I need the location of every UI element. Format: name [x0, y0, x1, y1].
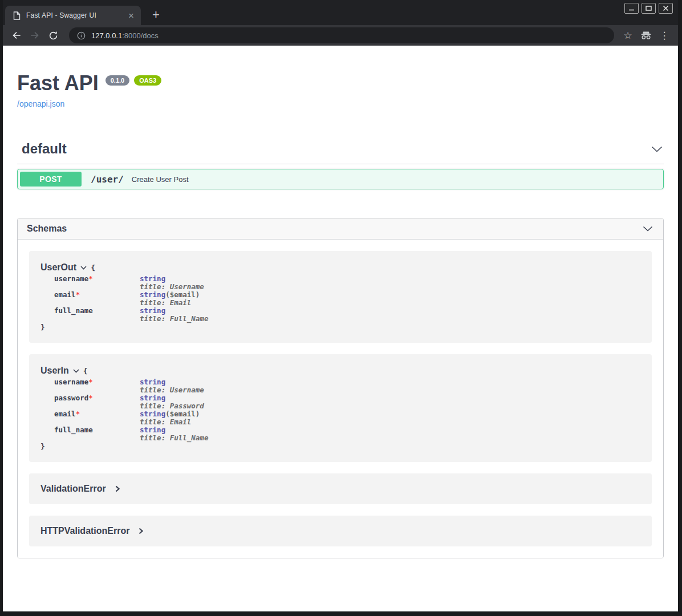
incognito-icon	[638, 27, 654, 43]
property-row: full_name string title: Full_Name	[54, 307, 640, 323]
property-row: username* string title: Username	[54, 275, 640, 291]
property-name: email*	[54, 291, 140, 307]
required-star: *	[76, 410, 80, 418]
maximize-button[interactable]	[642, 3, 656, 14]
chevron-down-icon[interactable]	[643, 226, 653, 232]
forward-arrow-icon	[29, 30, 40, 41]
open-brace: {	[83, 367, 88, 375]
close-brace: }	[40, 323, 640, 331]
chevron-down-icon[interactable]	[80, 266, 87, 270]
schemas-heading: Schemas	[27, 224, 67, 234]
property-title: title: Password	[140, 402, 204, 410]
tab-title: Fast API - Swagger UI	[26, 11, 126, 19]
schemas-section: Schemas UserOut { username*	[17, 218, 664, 558]
tab-strip: Fast API - Swagger UI × +	[3, 0, 678, 25]
model-validationerror[interactable]: ValidationError	[29, 473, 652, 504]
required-star: *	[88, 274, 93, 283]
chevron-down-icon[interactable]	[73, 369, 79, 373]
bookmark-star-icon[interactable]: ☆	[620, 27, 636, 43]
property-type: string	[140, 426, 208, 434]
browser-toolbar: 127.0.0.1:8000/docs ☆ ⋮	[3, 25, 678, 46]
schemas-header[interactable]: Schemas	[18, 218, 663, 240]
browser-menu-icon[interactable]: ⋮	[656, 27, 672, 43]
swagger-page: Fast API 0.1.0 OAS3 /openapi.json defaul…	[3, 46, 678, 611]
property-title: title: Email	[140, 299, 200, 307]
forward-button[interactable]	[28, 29, 42, 42]
model-userin: UserIn { username* string title: Usernam…	[29, 354, 652, 462]
property-name: username*	[54, 378, 140, 394]
close-icon	[663, 5, 669, 11]
property-format: ($email)	[165, 290, 200, 299]
minimize-icon	[628, 5, 635, 11]
property-row: username* string title: Username	[54, 378, 640, 394]
toolbar-actions: ☆ ⋮	[620, 27, 672, 43]
endpoint-path: /user/	[91, 174, 124, 185]
property-type: string	[140, 378, 204, 386]
endpoint-post-user[interactable]: POST /user/ Create User Post	[17, 169, 664, 189]
model-title[interactable]: ValidationError	[40, 484, 106, 494]
property-type: string($email)	[140, 410, 200, 418]
chevron-down-icon[interactable]	[651, 146, 663, 152]
property-type: string	[140, 307, 208, 315]
site-info-icon[interactable]	[77, 31, 86, 40]
endpoint-summary: Create User Post	[132, 175, 189, 184]
api-info: Fast API 0.1.0 OAS3 /openapi.json	[17, 46, 664, 109]
back-button[interactable]	[10, 29, 23, 42]
property-name: username*	[54, 275, 140, 291]
openapi-spec-link[interactable]: /openapi.json	[17, 99, 64, 108]
version-badge: 0.1.0	[105, 75, 129, 86]
chevron-right-icon[interactable]	[139, 528, 143, 534]
back-arrow-icon	[11, 30, 22, 41]
property-name: password*	[54, 394, 140, 410]
window-controls	[624, 3, 673, 14]
property-name: full_name	[54, 307, 140, 323]
property-format: ($email)	[165, 410, 200, 418]
page-icon	[13, 11, 21, 20]
chevron-right-icon[interactable]	[115, 485, 120, 492]
maximize-icon	[646, 5, 652, 11]
property-row: password* string title: Password	[54, 394, 640, 410]
model-title[interactable]: UserIn	[40, 366, 69, 376]
address-bar[interactable]: 127.0.0.1:8000/docs	[69, 27, 614, 43]
property-type: string($email)	[140, 291, 200, 299]
property-type: string	[140, 275, 204, 283]
tag-title: default	[22, 141, 67, 157]
new-tab-button[interactable]: +	[149, 9, 163, 21]
property-title: title: Full_Name	[140, 315, 208, 323]
close-button[interactable]	[659, 3, 673, 14]
property-title: title: Username	[140, 283, 204, 291]
property-name: full_name	[54, 426, 140, 442]
property-title: title: Username	[140, 386, 204, 394]
open-brace: {	[91, 264, 95, 272]
reload-button[interactable]	[46, 29, 60, 42]
schemas-body: UserOut { username* string title: Userna…	[18, 240, 663, 558]
tab-fast-api[interactable]: Fast API - Swagger UI ×	[5, 6, 141, 25]
property-row: email* string($email) title: Email	[54, 410, 640, 426]
close-brace: }	[40, 442, 640, 451]
required-star: *	[88, 394, 93, 402]
model-userout: UserOut { username* string title: Userna…	[29, 251, 652, 343]
property-name: email*	[54, 410, 140, 426]
property-title: title: Email	[140, 418, 200, 426]
url-path: :8000/docs	[122, 31, 159, 40]
property-title: title: Full_Name	[140, 434, 208, 442]
close-tab-icon[interactable]: ×	[126, 11, 136, 21]
oas3-badge: OAS3	[134, 75, 161, 86]
required-star: *	[76, 290, 80, 299]
url-host: 127.0.0.1	[91, 31, 122, 40]
model-httpvalidationerror[interactable]: HTTPValidationError	[29, 516, 652, 546]
property-row: email* string($email) title: Email	[54, 291, 640, 307]
model-title[interactable]: UserOut	[40, 262, 76, 273]
url-text: 127.0.0.1:8000/docs	[91, 31, 159, 40]
tag-section-default[interactable]: default	[17, 141, 664, 164]
api-title: Fast API	[17, 72, 99, 95]
required-star: *	[88, 378, 93, 386]
method-badge: POST	[20, 172, 82, 187]
property-row: full_name string title: Full_Name	[54, 426, 640, 442]
minimize-button[interactable]	[624, 3, 639, 14]
reload-icon	[48, 30, 59, 41]
property-type: string	[140, 394, 204, 402]
model-title[interactable]: HTTPValidationError	[40, 526, 129, 536]
browser-window: Fast API - Swagger UI × + 1	[3, 0, 678, 611]
